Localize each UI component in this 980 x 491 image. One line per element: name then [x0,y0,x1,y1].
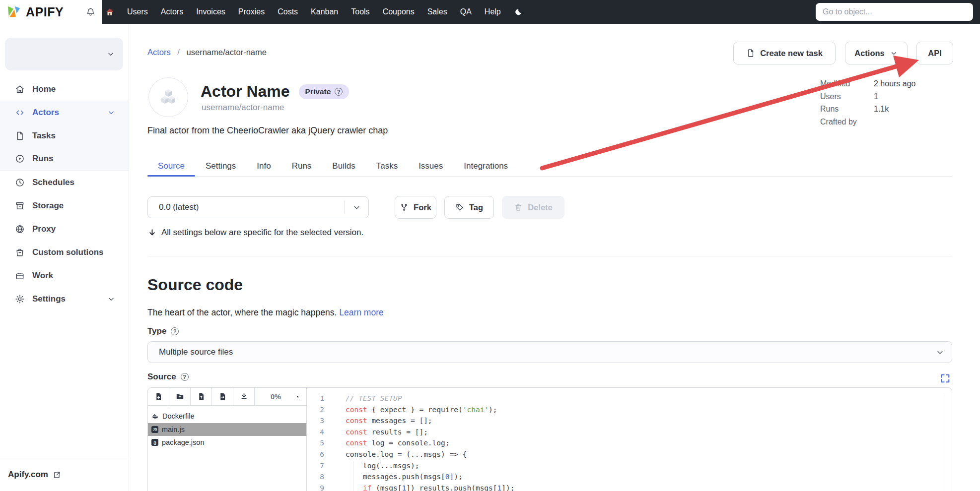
sidebar-item-custom-solutions[interactable]: Custom solutions [0,241,129,264]
breadcrumb-actors-link[interactable]: Actors [147,48,171,57]
tab-info[interactable]: Info [246,156,281,176]
bag-icon [15,247,25,257]
apify-console: APIFY UsersActorsInvoicesProxiesCostsKan… [0,0,980,491]
collapse-panel-icon[interactable] [294,393,302,401]
file-row-package-json[interactable]: {}package.json [148,436,306,449]
tag-button[interactable]: Tag [444,196,494,219]
down-arrow-icon [147,228,157,238]
account-selector[interactable] [5,38,123,70]
nav-item-tools[interactable]: Tools [351,7,369,16]
new-folder-button[interactable] [169,388,191,405]
sidebar-item-work[interactable]: Work [0,264,129,287]
nav-item-actors[interactable]: Actors [161,7,183,16]
file-icon [15,131,25,141]
tab-runs[interactable]: Runs [281,156,322,176]
actor-tabs: SourceSettingsInfoRunsBuildsTasksIssuesI… [147,156,952,177]
sidebar-item-settings[interactable]: Settings [0,287,129,310]
brand-text: APIFY [26,5,64,19]
fork-button[interactable]: Fork [395,196,436,219]
sidebar-item-storage[interactable]: Storage [0,194,129,217]
file-tree-pane: 0% DockerfileJSmain.js{}package.json [148,388,307,491]
actor-description: Final actor from the CheerioCrawler aka … [147,125,388,136]
help-icon[interactable]: ? [335,88,343,96]
nav-item-proxies[interactable]: Proxies [238,7,265,16]
chevron-down-icon [352,203,361,212]
version-select[interactable]: 0.0 (latest) [147,196,369,218]
editor-toolbar: 0% [148,388,306,406]
nav-item-invoices[interactable]: Invoices [196,7,225,16]
source-label: Source ? [147,372,189,382]
actor-title-row: Actor Name Private ? [201,82,349,101]
tab-tasks[interactable]: Tasks [366,156,408,176]
sidebar-item-home[interactable]: Home [0,77,129,101]
version-note: All settings below are specific for the … [147,228,363,238]
logo-area[interactable]: APIFY [0,0,102,24]
create-new-task-button[interactable]: Create new task [733,42,836,64]
code-lines: 1// TEST SETUP2const { expect } = requir… [307,388,952,491]
nav-item-users[interactable]: Users [127,7,148,16]
learn-more-link[interactable]: Learn more [339,307,384,317]
help-icon[interactable]: ? [171,327,179,335]
tab-settings[interactable]: Settings [195,156,246,176]
section-divider [147,256,952,256]
delete-label: Delete [528,203,553,212]
code-line: 2const { expect } = require('chai'); [307,406,952,417]
zoom-level[interactable]: 0% [271,393,281,401]
nav-item-sales[interactable]: Sales [427,7,447,16]
file-row-dockerfile[interactable]: Dockerfile [148,410,306,423]
nav-item-help[interactable]: Help [485,7,501,16]
upload-file-button[interactable] [191,388,212,405]
sidebar-footer-link[interactable]: Apify.com [0,458,129,491]
nav-item-coupons[interactable]: Coupons [383,7,415,16]
sidebar-item-actors[interactable]: Actors [0,101,129,124]
import-file-button[interactable] [212,388,233,405]
footer-link-label: Apify.com [8,470,48,480]
file-name: package.json [162,438,204,446]
sidebar-item-proxy[interactable]: Proxy [0,217,129,241]
tab-issues[interactable]: Issues [408,156,453,176]
tab-integrations[interactable]: Integrations [453,156,518,176]
nav-item-qa[interactable]: QA [460,7,472,16]
folder-plus-icon [176,392,184,401]
chevron-down-icon [935,348,945,357]
sidebar-item-tasks[interactable]: Tasks [0,124,129,147]
sidebar-item-label: Home [32,84,56,94]
house-icon[interactable] [105,7,114,16]
fullscreen-icon[interactable] [940,373,951,384]
sidebar-item-label: Runs [32,154,54,164]
sidebar-item-label: Custom solutions [32,247,104,257]
sidebar: HomeActorsTasksRunsSchedulesStorageProxy… [0,24,129,491]
list-icon[interactable] [259,393,267,401]
tab-source[interactable]: Source [147,156,195,176]
tag-icon [455,203,464,212]
moon-dark-mode-icon[interactable] [514,8,522,16]
gear-icon [15,294,25,304]
code-line: 8 messages.push(msgs[0]); [307,473,952,484]
api-label: API [928,49,942,58]
sidebar-item-label: Schedules [32,178,74,187]
meta-row-modified: Modified2 hours ago [820,79,916,92]
sidebar-item-schedules[interactable]: Schedules [0,171,129,194]
nav-item-kanban[interactable]: Kanban [311,7,338,16]
tab-builds[interactable]: Builds [322,156,365,176]
help-icon[interactable]: ? [181,373,189,381]
code-pane[interactable]: 1// TEST SETUP2const { expect } = requir… [307,388,952,491]
global-search-input[interactable] [816,3,973,21]
editor-scrollbar[interactable] [943,395,943,491]
file-row-main-js[interactable]: JSmain.js [148,423,306,436]
nav-item-costs[interactable]: Costs [278,7,298,16]
download-button[interactable] [233,388,255,405]
topbar-menu: UsersActorsInvoicesProxiesCostsKanbanToo… [127,7,501,16]
actor-name: Actor Name [201,82,290,101]
trash-icon [514,203,523,212]
api-button[interactable]: API [916,42,953,64]
source-type-select[interactable]: Multiple source files [147,341,952,363]
new-file-button[interactable] [148,388,169,405]
actor-handle: username/actor-name [202,103,284,113]
sidebar-item-runs[interactable]: Runs [0,147,129,171]
sidebar-item-label: Actors [32,108,59,118]
delete-button[interactable]: Delete [502,196,564,219]
bell-icon[interactable] [85,7,96,17]
actions-dropdown-button[interactable]: Actions [845,42,908,64]
home-icon [15,84,25,94]
